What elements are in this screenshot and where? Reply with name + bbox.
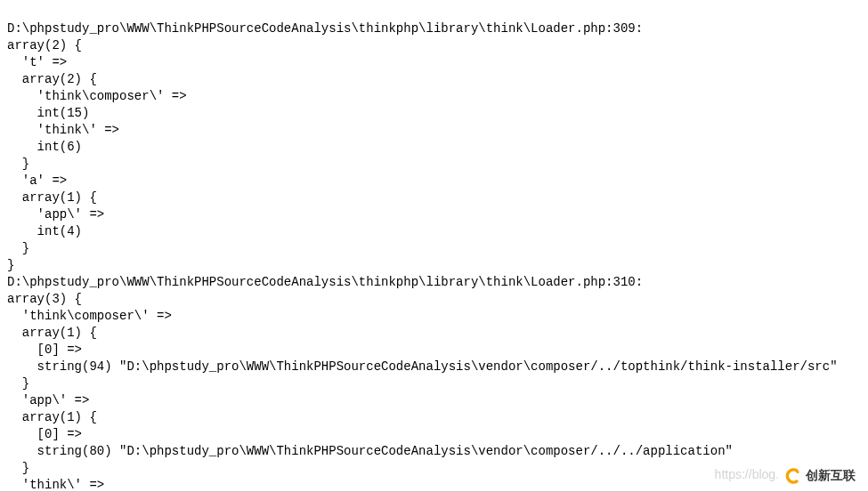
dump2-a1: array(1) { bbox=[7, 326, 97, 340]
dump1-root: array(2) { bbox=[7, 38, 82, 52]
dump2-a2-k: [0] => bbox=[7, 427, 82, 441]
dump2-k3: 'think\' => bbox=[7, 478, 104, 492]
dump1-root-close: } bbox=[7, 258, 14, 272]
watermark-logo: 创新互联 bbox=[784, 467, 856, 485]
dump2-k2: 'app\' => bbox=[7, 393, 89, 407]
dump2-a2: array(1) { bbox=[7, 410, 97, 424]
dump2-a2-v: string(80) "D:\phpstudy_pro\WWW\ThinkPHP… bbox=[7, 444, 733, 458]
dump2-root: array(3) { bbox=[7, 292, 82, 306]
c-logo-icon bbox=[784, 467, 802, 485]
dump2-a1-k: [0] => bbox=[7, 343, 82, 357]
dump1-t-v1: int(15) bbox=[7, 106, 89, 120]
dump2-a1-v: string(94) "D:\phpstudy_pro\WWW\ThinkPHP… bbox=[7, 359, 838, 374]
dump1-t-arr: array(2) { bbox=[7, 72, 97, 86]
dump1-a-k1: 'app\' => bbox=[7, 207, 104, 222]
dump1-a-v1: int(4) bbox=[7, 224, 82, 238]
dump1-a-arr: array(1) { bbox=[7, 190, 97, 205]
dump2-a2-close: } bbox=[7, 461, 29, 475]
dump1-a-close: } bbox=[7, 241, 29, 255]
var-dump-output: D:\phpstudy_pro\WWW\ThinkPHPSourceCodeAn… bbox=[0, 0, 868, 492]
dump1-key-a: 'a' => bbox=[7, 173, 67, 188]
dump2-k1: 'think\composer\' => bbox=[7, 309, 172, 323]
dump1-t-k2: 'think\' => bbox=[7, 123, 119, 137]
watermark-logo-label: 创新互联 bbox=[806, 468, 856, 484]
dump1-t-close: } bbox=[7, 157, 29, 171]
dump1-t-v2: int(6) bbox=[7, 140, 82, 154]
dump1-file: D:\phpstudy_pro\WWW\ThinkPHPSourceCodeAn… bbox=[7, 21, 643, 36]
dump1-t-k1: 'think\composer\' => bbox=[7, 89, 187, 103]
dump2-file: D:\phpstudy_pro\WWW\ThinkPHPSourceCodeAn… bbox=[7, 275, 643, 289]
dump2-a1-close: } bbox=[7, 376, 29, 391]
svg-point-0 bbox=[796, 471, 799, 473]
dump1-key-t: 't' => bbox=[7, 55, 67, 69]
